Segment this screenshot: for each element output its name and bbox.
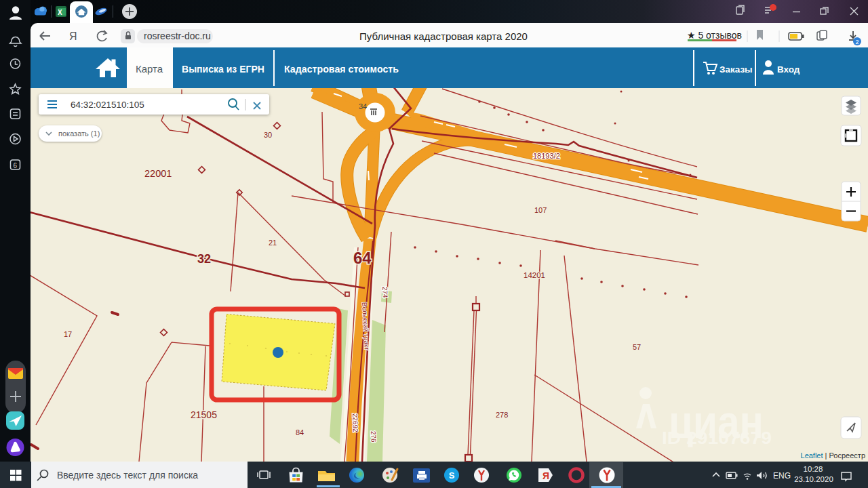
svg-text:Leaflet | Росреестр: Leaflet | Росреестр bbox=[801, 451, 865, 460]
svg-text:ENG: ENG bbox=[773, 471, 791, 481]
svg-text:★ 5 отзывов: ★ 5 отзывов bbox=[687, 30, 742, 41]
svg-text:rosreestr-doc.ru: rosreestr-doc.ru bbox=[144, 30, 211, 41]
svg-text:ID 29107679: ID 29107679 bbox=[662, 428, 772, 447]
svg-text:X: X bbox=[58, 9, 62, 16]
svg-text:2: 2 bbox=[855, 39, 859, 45]
svg-text:Введите здесь текст для поиска: Введите здесь текст для поиска bbox=[57, 470, 198, 481]
svg-text:6: 6 bbox=[14, 162, 18, 169]
svg-text:показать (1): показать (1) bbox=[58, 129, 100, 138]
svg-text:10:28: 10:28 bbox=[804, 465, 823, 473]
svg-text:Вход: Вход bbox=[777, 64, 800, 75]
svg-text:Я: Я bbox=[69, 30, 77, 42]
svg-text:S: S bbox=[449, 470, 455, 481]
svg-text:Заказы: Заказы bbox=[719, 64, 753, 75]
svg-text:Выписка из ЕГРН: Выписка из ЕГРН bbox=[182, 63, 264, 75]
svg-text:23.10.2020: 23.10.2020 bbox=[794, 475, 833, 483]
svg-text:Я: Я bbox=[542, 470, 549, 481]
svg-text:Публичная кадастровая карта 20: Публичная кадастровая карта 2020 bbox=[359, 30, 528, 42]
svg-text:64:32:021510:105: 64:32:021510:105 bbox=[71, 100, 144, 110]
svg-text:Кадастровая стоимость: Кадастровая стоимость bbox=[284, 63, 399, 75]
svg-text:Карта: Карта bbox=[136, 63, 163, 75]
